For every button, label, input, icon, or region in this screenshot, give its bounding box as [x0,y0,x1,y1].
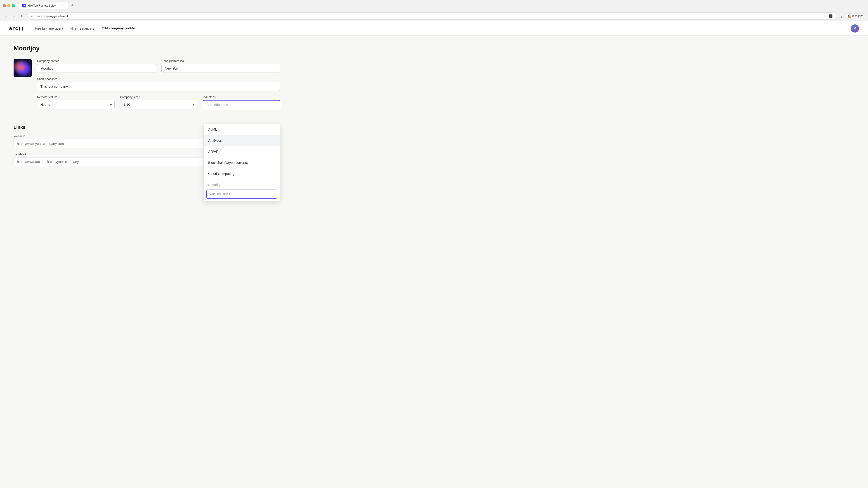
company-avatar-image [13,59,32,77]
industries-group: Industries [203,95,280,109]
industries-label: Industries [203,95,280,99]
form-row-1: Company name* Headquarters loc... [37,59,280,73]
window-close-button[interactable] [3,4,6,7]
company-name-input[interactable] [37,64,156,73]
dropdown-item-blockchain[interactable]: Blockchain/Cryptocurrency [204,157,280,168]
dropdown-search-input[interactable] [206,190,277,199]
dropdown-list: AI/ML Analytics AR/VR Blockchain/Cryptoc… [204,124,280,187]
address-bar[interactable]: arc.dev/company-profile/edit ☆ ⬛ [27,12,836,20]
new-tab-button[interactable]: + [69,2,75,9]
short-headline-label: Short headline* [37,77,280,80]
company-size-select[interactable]: 1-10 11-50 51-200 201-500 500+ [120,100,197,109]
nav-hire-freelancers[interactable]: Hire freelancers [70,26,94,31]
browser-titlebar: a Hire Top Remote Software Dev... ✕ + [0,0,868,11]
url-display: arc.dev/company-profile/edit [31,14,821,18]
nav-edit-company-profile[interactable]: Edit company profile [101,25,135,31]
nav-hire-full-time[interactable]: Hire full-time talent [35,26,63,31]
dropdown-item-security[interactable]: Security [204,179,280,187]
company-avatar[interactable] [13,59,32,77]
tab-title: Hire Top Remote Software Dev... [28,4,60,7]
page-title: Moodjoy [13,45,280,52]
company-name-group: Company name* [37,59,156,73]
company-size-label: Company size* [120,95,197,99]
tab-favicon-icon: a [22,4,26,7]
dropdown-item-cloud[interactable]: Cloud Computing [204,168,280,179]
remote-status-select-wrapper: Hybrid Remote On-site [37,100,115,109]
address-icons: ☆ ⬛ [823,14,833,18]
avatar[interactable]: M [851,24,859,33]
dropdown-item-arvr[interactable]: AR/VR [204,146,280,157]
browser-tab[interactable]: a Hire Top Remote Software Dev... ✕ [19,2,68,9]
window-maximize-button[interactable] [12,4,15,7]
short-headline-input[interactable] [37,82,280,91]
tab-close-button[interactable]: ✕ [61,4,64,7]
bookmark-icon[interactable]: ☆ [823,14,827,18]
avatar-initials: M [854,27,856,30]
app-logo[interactable]: arc() [9,26,24,31]
industries-input[interactable] [203,100,280,109]
extension-icon[interactable]: ⬛ [829,14,833,18]
headquarters-input[interactable] [161,64,280,73]
address-bar-row: ← → ↻ arc.dev/company-profile/edit ☆ ⬛ ⋮… [0,11,868,21]
short-headline-group: Short headline* [37,77,280,91]
company-name-label: Company name* [37,59,156,63]
back-button[interactable]: ← [3,13,9,19]
form-row-2: Short headline* [37,77,280,91]
remote-status-label: Remote status* [37,95,115,99]
company-info-section: Company name* Headquarters loc... Short … [13,59,280,114]
dropdown-item-analytics[interactable]: Analytics [204,135,280,146]
window-controls [3,4,15,7]
incognito-label: Incognito [852,14,863,18]
company-size-select-wrapper: 1-10 11-50 51-200 201-500 500+ [120,100,197,109]
company-size-group: Company size* 1-10 11-50 51-200 201-500 … [120,95,197,109]
browser-chrome: a Hire Top Remote Software Dev... ✕ + ← … [0,0,868,21]
form-row-3: Remote status* Hybrid Remote On-site Com… [37,95,280,109]
industries-dropdown: AI/ML Analytics AR/VR Blockchain/Cryptoc… [204,124,280,201]
more-button[interactable]: ⋮ [838,13,844,19]
app-nav: Hire full-time talent Hire freelancers E… [35,25,851,31]
reload-button[interactable]: ↻ [19,13,25,19]
headquarters-group: Headquarters loc... [161,59,280,73]
remote-status-group: Remote status* Hybrid Remote On-site [37,95,115,109]
headquarters-label: Headquarters loc... [161,59,280,63]
app-header: arc() Hire full-time talent Hire freelan… [0,21,868,36]
form-area: Company name* Headquarters loc... Short … [13,59,280,114]
page-content: Moodjoy Company name* Headquarters lo [0,36,294,180]
forward-button[interactable]: → [11,13,17,19]
remote-status-select[interactable]: Hybrid Remote On-site [37,100,115,109]
main-scroll-area[interactable]: Moodjoy Company name* Headquarters lo [0,36,868,488]
incognito-badge: 🕵 Incognito [846,13,865,19]
incognito-icon: 🕵 [848,14,851,18]
window-minimize-button[interactable] [7,4,10,7]
dropdown-search-box [204,187,280,201]
browser-actions: ⋮ 🕵 Incognito [838,13,865,19]
dropdown-item-aiml[interactable]: AI/ML [204,124,280,135]
form-fields: Company name* Headquarters loc... Short … [37,59,280,114]
